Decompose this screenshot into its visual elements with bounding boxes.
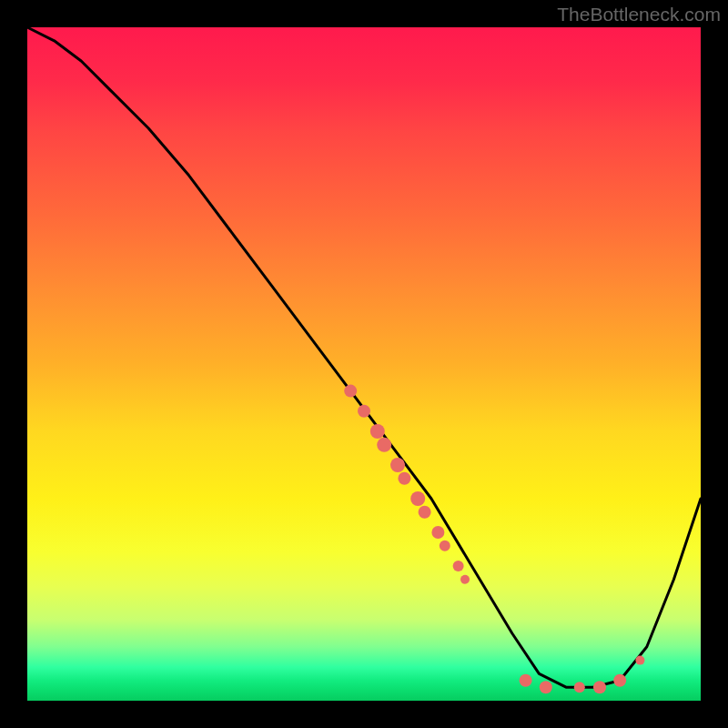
- data-point: [410, 491, 425, 506]
- data-point: [431, 526, 444, 539]
- data-point: [460, 575, 470, 584]
- bottleneck-curve: [27, 27, 701, 687]
- curve-line-group: [27, 27, 701, 687]
- data-point: [358, 405, 370, 418]
- data-point: [520, 674, 532, 687]
- data-point: [453, 561, 464, 571]
- plot-border-left: [0, 0, 27, 728]
- chart-svg: [27, 27, 701, 701]
- data-point: [440, 541, 450, 551]
- watermark-text: TheBottleneck.com: [557, 4, 721, 25]
- plot-area: [27, 27, 701, 701]
- data-point: [390, 458, 405, 472]
- data-point: [574, 682, 585, 693]
- data-point: [377, 438, 391, 452]
- data-point: [540, 681, 552, 693]
- marker-points-group: [344, 385, 644, 694]
- data-point: [613, 674, 626, 687]
- data-point: [370, 424, 385, 439]
- data-point: [344, 385, 357, 398]
- plot-border-right: [701, 0, 728, 728]
- plot-border-bottom: [0, 701, 728, 728]
- data-point: [593, 681, 606, 693]
- data-point: [398, 472, 410, 485]
- data-point: [635, 656, 644, 665]
- data-point: [419, 506, 431, 519]
